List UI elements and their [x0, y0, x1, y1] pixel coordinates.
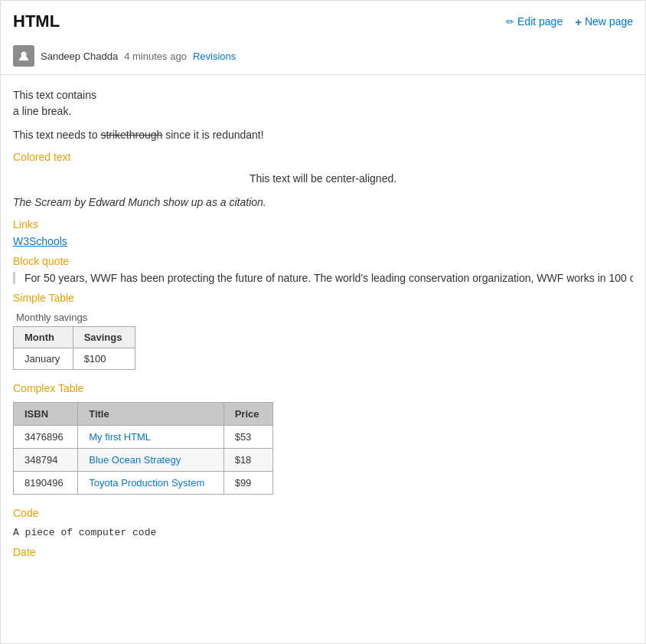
complex-table-wrapper: ISBN Title Price 3476896 My first HTML $…	[13, 402, 633, 495]
page-container: HTML ✏ Edit page + New page Sandeep Chad…	[0, 0, 646, 644]
page-header: HTML ✏ Edit page + New page	[1, 1, 645, 39]
header-actions: ✏ Edit page + New page	[506, 15, 633, 28]
content-area: This text contains a line break. This te…	[1, 75, 645, 570]
citation-rest: by Edward Munch show up as a citation.	[71, 196, 266, 208]
date-heading: Date	[13, 546, 633, 558]
complex-table-header-row: ISBN Title Price	[14, 403, 273, 426]
edit-page-button[interactable]: ✏ Edit page	[506, 15, 563, 28]
code-heading: Code	[13, 507, 633, 519]
simple-table-heading: Simple Table	[13, 292, 633, 304]
complex-table-heading: Complex Table	[13, 382, 633, 394]
meta-bar: Sandeep Chadda 4 minutes ago Revisions	[1, 39, 645, 75]
table-row: 3476896 My first HTML $53	[14, 426, 273, 449]
code-block: A piece of computer code	[13, 527, 633, 538]
links-heading: Links	[13, 218, 633, 230]
simple-table-savings: $100	[73, 348, 135, 370]
price-cell: $99	[223, 472, 272, 495]
simple-table-header-row: Month Savings	[14, 327, 135, 348]
simple-table-col2-header: Savings	[73, 327, 135, 348]
plus-icon: +	[575, 15, 582, 28]
complex-table-col3-header: Price	[223, 403, 272, 426]
simple-table-caption: Monthly savings	[13, 312, 633, 323]
simple-table-wrapper: Monthly savings Month Savings January $1…	[13, 312, 633, 370]
meta-time: 4 minutes ago	[124, 51, 187, 62]
code-section: Code A piece of computer code	[13, 507, 633, 538]
isbn-cell: 8190496	[14, 472, 78, 495]
revisions-link[interactable]: Revisions	[193, 51, 236, 62]
line-break-text: This text contains a line break.	[13, 87, 633, 119]
avatar	[13, 45, 34, 67]
complex-table-col1-header: ISBN	[14, 403, 78, 426]
colored-text: Colored text	[13, 151, 633, 163]
strikethrough-paragraph: This text needs to strikethrough since i…	[13, 127, 633, 143]
meta-author: Sandeep Chadda	[41, 51, 118, 62]
edit-page-label: Edit page	[517, 15, 563, 28]
simple-table-col1-header: Month	[14, 327, 73, 348]
strikethrough-word: strikethrough	[100, 129, 162, 141]
blockquote-text: For 50 years, WWF has been protecting th…	[24, 272, 633, 284]
title-cell: My first HTML	[78, 426, 223, 449]
price-cell: $53	[223, 426, 272, 449]
table-row: 348794 Blue Ocean Strategy $18	[14, 449, 273, 472]
table-row: 8190496 Toyota Production System $99	[14, 472, 273, 495]
complex-table-col2-header: Title	[78, 403, 223, 426]
price-cell: $18	[223, 449, 272, 472]
new-page-label: New page	[585, 15, 633, 28]
isbn-cell: 348794	[14, 449, 78, 472]
center-text: This text will be center-aligned.	[13, 171, 633, 187]
blockquote: For 50 years, WWF has been protecting th…	[13, 272, 633, 284]
line1: This text contains	[13, 89, 96, 101]
isbn-cell: 3476896	[14, 426, 78, 449]
page-title: HTML	[13, 11, 60, 31]
pencil-icon: ✏	[506, 16, 514, 28]
title-cell: Blue Ocean Strategy	[78, 449, 223, 472]
blockquote-heading: Block quote	[13, 255, 633, 267]
w3schools-link[interactable]: W3Schools	[13, 235, 633, 247]
simple-table: Month Savings January $100	[13, 326, 135, 370]
line2: a line break.	[13, 105, 71, 117]
strikethrough-post: since it is redundant!	[162, 129, 263, 141]
simple-table-month: January	[14, 348, 73, 370]
new-page-button[interactable]: + New page	[575, 15, 633, 28]
complex-table: ISBN Title Price 3476896 My first HTML $…	[13, 402, 273, 495]
title-cell: Toyota Production System	[78, 472, 223, 495]
citation-title: The Scream	[13, 196, 71, 208]
simple-table-row: January $100	[14, 348, 135, 370]
citation-paragraph: The Scream by Edward Munch show up as a …	[13, 195, 633, 211]
strikethrough-pre: This text needs to	[13, 129, 100, 141]
